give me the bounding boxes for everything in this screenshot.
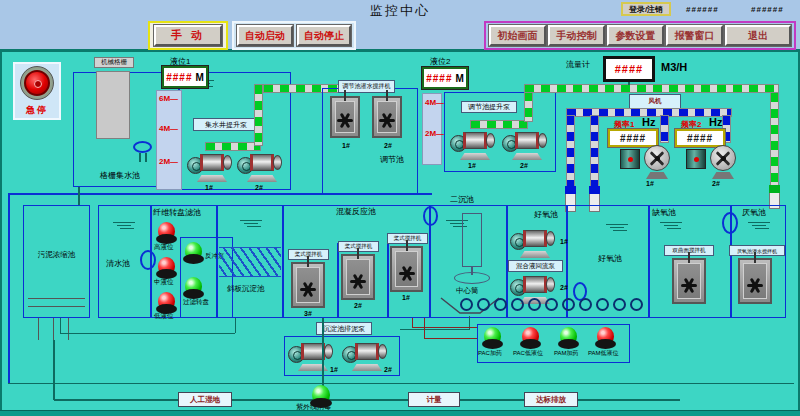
anoxic-mixer[interactable] bbox=[672, 258, 706, 304]
level2-scale: 4M— 2M— bbox=[422, 93, 442, 165]
metering-box[interactable]: 计量 bbox=[408, 392, 460, 407]
auto-stop-button[interactable]: 自动停止 bbox=[297, 25, 351, 46]
mechanical-screen-label: 机械格栅 bbox=[94, 57, 134, 68]
high-level-light bbox=[158, 222, 175, 241]
bottom-frame-line bbox=[8, 383, 794, 384]
pump-body bbox=[200, 154, 224, 171]
sludge-pump-1[interactable] bbox=[288, 341, 334, 371]
mid-level-label: 中液位 bbox=[154, 278, 174, 287]
tick2-2m: 2M— bbox=[425, 129, 444, 138]
pac-lowlevel-label: PAC低液位 bbox=[513, 349, 543, 358]
regulating-pump-group-label: 调节池提升泵 bbox=[461, 101, 517, 113]
pam-dosing-light bbox=[560, 327, 577, 346]
pac-dosing-label: PAC加药 bbox=[478, 349, 502, 358]
pump-body bbox=[523, 276, 547, 293]
regulating-mixer-2[interactable] bbox=[372, 96, 402, 138]
anoxic-label: 缺氧池 bbox=[652, 207, 676, 218]
water-surface-icon bbox=[240, 220, 262, 228]
nav-parameter-settings[interactable]: 参数设置 bbox=[607, 25, 664, 46]
bio-divider-3 bbox=[648, 205, 650, 318]
pam-lowlevel-label: PAM低液位 bbox=[588, 349, 619, 358]
pump-cap bbox=[324, 344, 333, 359]
pump-cap bbox=[378, 344, 387, 359]
pac-lowlevel-light bbox=[522, 327, 539, 346]
nav-alarm-window[interactable]: 报警窗口 bbox=[666, 25, 723, 46]
sludge-thickener-tank bbox=[23, 205, 90, 318]
blower-box-label: 风机 bbox=[629, 94, 681, 109]
water-surface-icon bbox=[606, 224, 628, 232]
sludge-pump-2[interactable] bbox=[342, 341, 388, 371]
regulating-pump-2[interactable] bbox=[502, 130, 548, 160]
pipe-regpump-header bbox=[470, 120, 528, 129]
wetland-box[interactable]: 人工湿地 bbox=[178, 392, 232, 407]
login-logout-button[interactable]: 登录/注销 bbox=[621, 2, 671, 16]
discharge-box[interactable]: 达标排放 bbox=[524, 392, 578, 407]
flowmeter-display: #### bbox=[603, 56, 655, 82]
pipe-regpump-riser bbox=[524, 91, 533, 122]
pump-base bbox=[520, 251, 550, 258]
paddle-mixer-3-number: 3# bbox=[304, 310, 312, 317]
water-surface-icon bbox=[113, 222, 135, 230]
pipe-main-down bbox=[770, 92, 779, 186]
blower-1-number: 1# bbox=[646, 180, 654, 187]
regulating-mixer-1-number: 1# bbox=[342, 142, 350, 149]
paddle-mixer-2-number: 2# bbox=[354, 302, 362, 309]
return-pump-1[interactable] bbox=[510, 228, 556, 258]
outflow-link-uv bbox=[322, 318, 324, 388]
low-level-light bbox=[158, 292, 175, 311]
pam-lowlevel-light bbox=[597, 327, 614, 346]
nav-manual-control[interactable]: 手动控制 bbox=[548, 25, 605, 46]
grid-sump-label: 格栅集水池 bbox=[100, 170, 140, 181]
link-sump-sludge bbox=[78, 187, 80, 205]
air-riser-1 bbox=[660, 115, 669, 143]
plate-settler-label: 斜板沉淀池 bbox=[227, 284, 265, 294]
pam-dosing-label: PAM加药 bbox=[554, 349, 579, 358]
anoxic-anaerobic-valve[interactable] bbox=[722, 212, 738, 234]
nav-initial-screen[interactable]: 初始画面 bbox=[489, 25, 546, 46]
center-tube-label: 中心筒 bbox=[456, 286, 479, 296]
dosing-line-2h bbox=[424, 338, 477, 339]
pipe-sump-riser bbox=[254, 84, 263, 146]
valve-stem-2 bbox=[145, 153, 147, 162]
clarifier-inlet-valve[interactable] bbox=[423, 206, 438, 226]
return-pump-2-number: 2# bbox=[560, 284, 568, 291]
aeration-bubble bbox=[528, 298, 541, 311]
aerobic-label-b: 好氧池 bbox=[598, 253, 622, 264]
pump-body bbox=[523, 230, 547, 247]
screen-valve[interactable] bbox=[133, 141, 152, 153]
paddle-mixer-1[interactable] bbox=[390, 246, 423, 292]
paddle-mixer-2[interactable] bbox=[341, 254, 375, 300]
pump-cap bbox=[273, 155, 282, 170]
manual-button[interactable]: 手 动 bbox=[154, 25, 222, 46]
tick-2m: 2M— bbox=[159, 157, 178, 166]
pump-base bbox=[460, 153, 490, 160]
emergency-stop-button[interactable] bbox=[24, 70, 50, 96]
aeration-bubble bbox=[460, 298, 473, 311]
aeration-bubble bbox=[477, 298, 490, 311]
blower-motor bbox=[620, 149, 640, 169]
flowmeter-value: #### bbox=[615, 63, 643, 75]
mechanical-screen[interactable] bbox=[96, 71, 130, 139]
filter-disc-label: 过滤转盘 bbox=[183, 298, 209, 307]
frame-bottom bbox=[0, 410, 800, 416]
regulating-mixer-2-number: 2# bbox=[384, 142, 392, 149]
paddle-mixer-3[interactable] bbox=[291, 262, 325, 308]
drain-1 bbox=[38, 318, 39, 340]
regulating-pump-1[interactable] bbox=[450, 130, 496, 160]
anaerobic-mixer[interactable] bbox=[738, 258, 772, 304]
blower-1[interactable] bbox=[618, 141, 672, 179]
sump-pump-2[interactable] bbox=[237, 152, 283, 182]
pipe-sump-header bbox=[205, 142, 261, 151]
paddle-mixer-1-label: 桨式搅拌机 bbox=[387, 233, 428, 244]
drain-3 bbox=[68, 318, 69, 340]
auto-start-button[interactable]: 自动启动 bbox=[237, 25, 293, 46]
clarifier-drain-h bbox=[400, 329, 470, 330]
level1-scale: 6M— 4M— 2M— bbox=[156, 90, 182, 190]
uv-disinfection-light bbox=[312, 385, 330, 405]
regulating-mixer-1[interactable] bbox=[330, 96, 360, 138]
backwash-pump-light bbox=[185, 242, 202, 261]
blower-2[interactable] bbox=[684, 141, 738, 179]
nav-exit[interactable]: 退出 bbox=[725, 25, 791, 46]
sump-pump-1[interactable] bbox=[187, 152, 233, 182]
clearwater-valve[interactable] bbox=[140, 250, 156, 270]
